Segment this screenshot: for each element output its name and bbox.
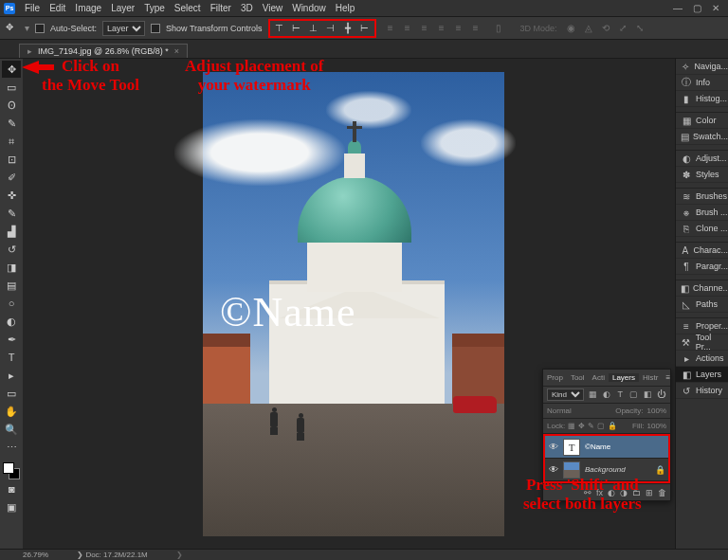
layer-name[interactable]: Background [585, 465, 650, 474]
zoom-tool[interactable]: 🔍 [2, 421, 21, 438]
3d-2[interactable]: ◬ [581, 21, 596, 36]
lock-artboard-icon[interactable]: ▢ [597, 422, 605, 430]
menu-edit[interactable]: Edit [49, 3, 65, 13]
hand-tool[interactable]: ✋ [2, 403, 21, 420]
panel-toolpr[interactable]: ⚒Tool Pr... [676, 334, 728, 351]
watermark-text[interactable]: ©Name [220, 288, 356, 336]
screenmode-tool[interactable]: ▣ [2, 498, 21, 515]
menu-help[interactable]: Help [336, 3, 355, 13]
dodge-tool[interactable]: ◐ [2, 313, 21, 330]
opacity-value[interactable]: 100% [647, 406, 666, 415]
marquee-tool[interactable]: ▭ [2, 79, 21, 96]
layer-kind-dropdown[interactable]: Kind [547, 388, 584, 401]
3d-3[interactable]: ⟲ [598, 21, 613, 36]
align-left-button[interactable]: ⊣ [323, 21, 338, 36]
tab-layers[interactable]: Layers [609, 373, 639, 382]
eraser-tool[interactable]: ◨ [2, 259, 21, 276]
type-tool[interactable]: T [2, 349, 21, 366]
filter-type-icon[interactable]: T [615, 389, 626, 401]
panel-naviga[interactable]: ✧Naviga... [676, 59, 728, 75]
tab-actions[interactable]: Acti [589, 373, 609, 382]
visibility-icon[interactable]: 👁 [549, 442, 558, 452]
panel-brush[interactable]: ⎈Brush ... [676, 205, 728, 221]
path-select-tool[interactable]: ▸ [2, 367, 21, 384]
align-bottom-button[interactable]: ⊥ [306, 21, 321, 36]
distribute-3[interactable]: ≡ [417, 21, 432, 36]
history-brush-tool[interactable]: ↺ [2, 241, 21, 258]
panel-histog[interactable]: ▮Histog... [676, 91, 728, 107]
edit-toolbar[interactable]: ⋯ [2, 439, 21, 456]
fg-color-swatch[interactable] [3, 462, 14, 474]
frame-tool[interactable]: ⊡ [2, 151, 21, 168]
gradient-tool[interactable]: ▤ [2, 277, 21, 294]
menu-window[interactable]: Window [292, 3, 326, 13]
panel-swatch[interactable]: ▤Swatch... [676, 129, 728, 145]
panel-layers[interactable]: ◧Layers [676, 367, 728, 383]
lock-all-icon[interactable]: ▦ [568, 422, 575, 430]
eyedropper-tool[interactable]: ✐ [2, 169, 21, 186]
stamp-tool[interactable]: ▟ [2, 223, 21, 240]
menu-image[interactable]: Image [75, 3, 101, 13]
auto-select-dropdown[interactable]: Layer [102, 21, 145, 36]
panel-brushes[interactable]: ≋Brushes [676, 189, 728, 205]
lock-icon[interactable]: 🔒 [655, 465, 664, 475]
panel-history[interactable]: ↺History [676, 383, 728, 399]
blur-tool[interactable]: ○ [2, 295, 21, 312]
distribute-5[interactable]: ≡ [451, 21, 466, 36]
delete-layer-icon[interactable]: 🗑 [658, 488, 666, 497]
maximize-button[interactable]: ▢ [690, 2, 703, 15]
close-button[interactable]: ✕ [709, 2, 722, 15]
panel-charac[interactable]: ACharac... [676, 243, 728, 259]
shape-tool[interactable]: ▭ [2, 385, 21, 402]
menu-view[interactable]: View [263, 3, 283, 13]
lock-lock-icon[interactable]: 🔒 [608, 422, 617, 430]
heal-tool[interactable]: ✜ [2, 187, 21, 204]
filter-smart-icon[interactable]: ◧ [643, 389, 653, 401]
new-layer-icon[interactable]: ⊞ [646, 488, 653, 497]
tab-history[interactable]: Histr [639, 373, 662, 382]
panel-styles[interactable]: ✽Styles [676, 167, 728, 183]
visibility-icon[interactable]: 👁 [549, 464, 558, 475]
tab-close-icon[interactable]: × [174, 46, 179, 56]
distribute-4[interactable]: ≡ [434, 21, 449, 36]
filter-pixel-icon[interactable]: ▦ [588, 389, 598, 401]
panel-color[interactable]: ▦Color [676, 113, 728, 129]
lasso-tool[interactable]: ʘ [2, 97, 21, 114]
move-tool[interactable]: ✥ [2, 61, 21, 78]
align-hcenter-button[interactable]: ╋ [340, 21, 355, 36]
lock-position-icon[interactable]: ✥ [578, 422, 585, 430]
document-tab[interactable]: ▸ IMG_7194.jpg @ 26.8% (RGB/8) * × [19, 44, 188, 58]
align-right-button[interactable]: ⊢ [357, 21, 373, 36]
panel-info[interactable]: ⓘInfo [676, 75, 728, 91]
panel-adjust[interactable]: ◐Adjust... [676, 151, 728, 167]
color-swatches[interactable] [3, 462, 20, 479]
3d-1[interactable]: ◉ [564, 21, 579, 36]
tab-properties[interactable]: Prop [543, 373, 567, 382]
3d-4[interactable]: ⤢ [615, 21, 630, 36]
quickmask-tool[interactable]: ◙ [2, 480, 21, 497]
panel-paths[interactable]: ◺Paths [676, 297, 728, 313]
distribute-6[interactable]: ≡ [468, 21, 483, 36]
panel-clone[interactable]: ⎘Clone ... [676, 221, 728, 237]
menu-filter[interactable]: Filter [210, 3, 231, 13]
tab-tool[interactable]: Tool [567, 373, 589, 382]
panel-channe[interactable]: ◧Channe... [676, 280, 728, 297]
menu-type[interactable]: Type [144, 3, 165, 13]
3d-5[interactable]: ⤡ [632, 21, 647, 36]
quick-select-tool[interactable]: ✎ [2, 115, 21, 132]
menu-select[interactable]: Select [174, 3, 201, 13]
menu-layer[interactable]: Layer [111, 3, 135, 13]
zoom-level[interactable]: 26.79% [23, 551, 48, 559]
menu-file[interactable]: File [25, 3, 40, 13]
align-top-button[interactable]: ⊤ [272, 21, 287, 36]
filter-toggle-icon[interactable]: ⏻ [657, 389, 667, 401]
distribute-2[interactable]: ≡ [400, 21, 415, 36]
auto-select-checkbox[interactable] [35, 24, 45, 33]
panel-menu-icon[interactable]: ≡ [662, 373, 674, 382]
brush-tool[interactable]: ✎ [2, 205, 21, 222]
lock-pixels-icon[interactable]: ✎ [588, 422, 594, 430]
filter-adjust-icon[interactable]: ◐ [602, 389, 612, 401]
show-transform-checkbox[interactable] [151, 24, 160, 33]
fill-value[interactable]: 100% [647, 422, 666, 430]
panel-paragr[interactable]: ¶Paragr... [676, 259, 728, 275]
